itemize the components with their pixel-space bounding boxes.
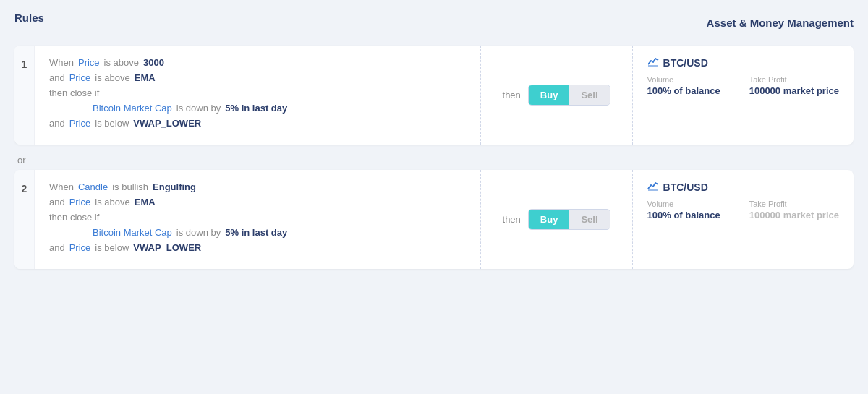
condition-subject-1-3: Bitcoin Market Cap (93, 103, 172, 114)
then-label-1: then (503, 90, 521, 100)
volume-label-1: Volume (647, 75, 720, 84)
buy-button-2[interactable]: Buy (529, 210, 570, 229)
then-section-1: thenBuySell (481, 46, 633, 145)
condition-line-2-0: WhenCandleis bullishEngulfing (49, 181, 466, 192)
condition-prefix-2-2: then close if (49, 212, 99, 223)
volume-item-1: Volume100% of balance (647, 75, 720, 96)
condition-value-2-1: EMA (135, 197, 156, 207)
profit-value-1: 100000 market price (749, 85, 839, 96)
volume-label-2: Volume (647, 200, 720, 208)
asset-details-2: Volume100% of balanceTake Profit100000 m… (647, 200, 839, 220)
condition-subject-2-0: Candle (78, 181, 108, 192)
condition-subject-2-3: Bitcoin Market Cap (93, 227, 172, 238)
condition-line-2-4: andPriceis belowVWAP_LOWER (49, 242, 466, 253)
rule-conditions-1: WhenPriceis above3000andPriceis aboveEMA… (35, 46, 481, 145)
condition-line-1-0: WhenPriceis above3000 (49, 57, 466, 68)
condition-line-1-2: then close if (49, 87, 466, 98)
asset-name-2: BTC/USD (663, 181, 708, 193)
condition-value-2-3: 5% in last day (225, 227, 287, 238)
profit-item-2: Take Profit100000 market price (749, 200, 839, 220)
profit-label-1: Take Profit (749, 75, 839, 84)
condition-verb-1-3: is down by (176, 103, 221, 114)
then-label-2: then (503, 214, 521, 225)
condition-line-1-3: Bitcoin Market Capis down by5% in last d… (49, 103, 466, 114)
volume-value-1: 100% of balance (647, 85, 720, 96)
condition-line-2-3: Bitcoin Market Capis down by5% in last d… (49, 227, 466, 238)
condition-subject-2-4: Price (69, 242, 91, 253)
rule-block-2: 2WhenCandleis bullishEngulfingandPriceis… (14, 170, 854, 269)
condition-verb-2-1: is above (95, 197, 129, 207)
header-row: Rules Asset & Money Management (14, 12, 854, 34)
condition-subject-1-0: Price (78, 57, 100, 68)
condition-subject-1-1: Price (69, 72, 91, 83)
condition-verb-2-0: is bullish (112, 181, 148, 192)
condition-verb-1-1: is above (95, 72, 129, 83)
condition-verb-1-0: is above (104, 57, 139, 68)
profit-label-2: Take Profit (749, 200, 839, 208)
condition-line-1-1: andPriceis aboveEMA (49, 72, 466, 83)
condition-prefix-2-1: and (49, 197, 65, 207)
condition-verb-1-4: is below (95, 118, 129, 129)
condition-line-2-1: andPriceis aboveEMA (49, 197, 466, 207)
asset-section-2: BTC/USDVolume100% of balanceTake Profit1… (633, 170, 854, 269)
condition-value-1-1: EMA (135, 72, 156, 83)
volume-value-2: 100% of balance (647, 210, 720, 220)
condition-value-1-4: VWAP_LOWER (133, 118, 201, 129)
sell-button-1[interactable]: Sell (569, 85, 609, 105)
condition-prefix-2-0: When (49, 181, 74, 192)
volume-item-2: Volume100% of balance (647, 200, 720, 220)
asset-details-1: Volume100% of balanceTake Profit100000 m… (647, 75, 839, 96)
rule-block-1: 1WhenPriceis above3000andPriceis aboveEM… (14, 46, 854, 145)
asset-header-2: BTC/USD (647, 180, 839, 194)
condition-prefix-1-1: and (49, 72, 65, 83)
rules-container: 1WhenPriceis above3000andPriceis aboveEM… (14, 46, 854, 275)
condition-prefix-1-4: and (49, 118, 65, 129)
buy-sell-toggle-1: BuySell (528, 85, 610, 106)
condition-value-2-0: Engulfing (153, 181, 196, 192)
asset-header-1: BTC/USD (647, 56, 839, 69)
asset-name-1: BTC/USD (663, 57, 708, 69)
condition-prefix-1-0: When (49, 57, 74, 68)
rules-title: Rules (14, 12, 44, 24)
rule-conditions-2: WhenCandleis bullishEngulfingandPriceis … (35, 170, 481, 269)
profit-value-2: 100000 market price (749, 210, 839, 220)
condition-line-1-4: andPriceis belowVWAP_LOWER (49, 118, 466, 129)
rule-number-2: 2 (14, 170, 35, 269)
condition-prefix-1-2: then close if (49, 87, 99, 98)
condition-value-2-4: VWAP_LOWER (133, 242, 201, 253)
condition-verb-2-3: is down by (176, 227, 221, 238)
buy-sell-toggle-2: BuySell (528, 209, 610, 230)
sell-button-2[interactable]: Sell (569, 210, 609, 229)
profit-item-1: Take Profit100000 market price (749, 75, 839, 96)
condition-prefix-2-4: and (49, 242, 65, 253)
rule-number-1: 1 (14, 46, 35, 145)
then-section-2: thenBuySell (481, 170, 633, 269)
condition-value-1-3: 5% in last day (225, 103, 287, 114)
condition-verb-2-4: is below (95, 242, 129, 253)
asset-title: Asset & Money Management (707, 17, 854, 29)
chart-icon (647, 180, 659, 194)
chart-icon (647, 56, 659, 69)
condition-value-1-0: 3000 (143, 57, 164, 68)
condition-line-2-2: then close if (49, 212, 466, 223)
condition-subject-2-1: Price (69, 197, 91, 207)
buy-button-1[interactable]: Buy (529, 85, 570, 105)
condition-subject-1-4: Price (69, 118, 91, 129)
asset-section-1: BTC/USDVolume100% of balanceTake Profit1… (633, 46, 854, 145)
or-divider: or (14, 150, 854, 170)
page: Rules Asset & Money Management 1WhenPric… (0, 0, 868, 394)
